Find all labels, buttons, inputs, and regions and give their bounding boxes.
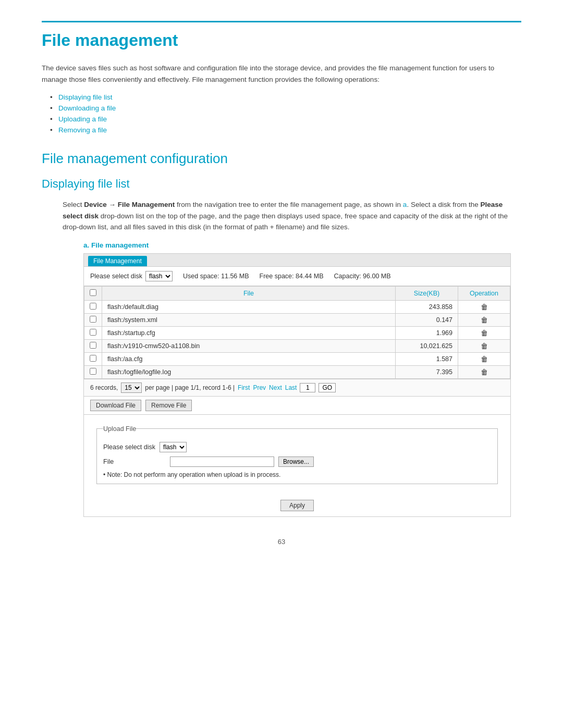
row-operation-cell: 🗑 xyxy=(458,300,510,313)
table-row: flash:/logfile/logfile.log7.395🗑 xyxy=(84,365,510,378)
row-file-name: flash:/default.diag xyxy=(102,300,396,313)
displaying-link[interactable]: Displaying file list xyxy=(58,93,113,101)
free-space-label: Free space: 84.44 MB xyxy=(260,273,324,280)
row-checkbox[interactable] xyxy=(90,342,96,349)
body-text: Select Device → File Management from the… xyxy=(42,199,521,233)
row-checkbox-cell xyxy=(84,313,102,326)
disk-selector-container: Please select disk flash usb xyxy=(90,271,173,281)
list-item-uploading: Uploading a file xyxy=(58,115,521,123)
row-file-size: 0.147 xyxy=(396,313,458,326)
tab-bar: File Management xyxy=(84,254,510,267)
row-file-name: flash:/startup.cfg xyxy=(102,326,396,339)
upload-section: Upload File Please select disk flash usb… xyxy=(96,425,498,484)
list-item-downloading: Downloading a file xyxy=(58,104,521,112)
pagination-bar: 6 records, 10 15 20 50 per page | page 1… xyxy=(84,379,510,397)
intro-text: The device saves files such as host soft… xyxy=(42,63,521,85)
removing-link[interactable]: Removing a file xyxy=(58,126,107,134)
table-row: flash:/aa.cfg1.587🗑 xyxy=(84,352,510,365)
row-checkbox[interactable] xyxy=(90,355,96,362)
disk-label: Please select disk xyxy=(90,273,142,280)
upload-file-row: File Browse... xyxy=(103,456,491,467)
upload-title: Upload File xyxy=(103,425,136,433)
per-page-select[interactable]: 10 15 20 50 xyxy=(121,382,142,393)
apply-bar: Apply xyxy=(84,495,510,516)
row-file-name: flash:/logfile/logfile.log xyxy=(102,365,396,378)
list-item-removing: Removing a file xyxy=(58,126,521,134)
header-operation-col: Operation xyxy=(458,286,510,300)
row-file-name: flash:/system.xml xyxy=(102,313,396,326)
upload-section-wrapper: Upload File Please select disk flash usb… xyxy=(84,415,510,495)
row-file-name: flash:/v1910-cmw520-a1108.bin xyxy=(102,339,396,352)
upload-disk-select[interactable]: flash usb xyxy=(160,442,187,452)
capacity-label: Capacity: 96.00 MB xyxy=(334,273,391,280)
row-operation-cell: 🗑 xyxy=(458,313,510,326)
row-checkbox-cell xyxy=(84,300,102,313)
next-page-link[interactable]: Next xyxy=(269,384,282,391)
table-row: flash:/default.diag243.858🗑 xyxy=(84,300,510,313)
row-file-size: 243.858 xyxy=(396,300,458,313)
row-checkbox-cell xyxy=(84,339,102,352)
upload-note: Note: Do not perform any operation when … xyxy=(103,471,491,478)
delete-icon[interactable]: 🗑 xyxy=(481,329,488,337)
page-number-input[interactable] xyxy=(300,383,315,392)
file-table: File Size(KB) Operation flash:/default.d… xyxy=(84,286,510,379)
file-management-tab[interactable]: File Management xyxy=(88,256,147,266)
row-checkbox[interactable] xyxy=(90,368,96,375)
figure-ref-link[interactable]: a xyxy=(403,201,407,208)
row-operation-cell: 🗑 xyxy=(458,365,510,378)
delete-icon[interactable]: 🗑 xyxy=(481,355,488,363)
operations-list: Displaying file list Downloading a file … xyxy=(42,93,521,134)
remove-file-button[interactable]: Remove File xyxy=(145,400,192,411)
section1-title: File management configuration xyxy=(42,151,521,167)
delete-icon[interactable]: 🗑 xyxy=(481,316,488,324)
download-file-button[interactable]: Download File xyxy=(90,400,141,411)
per-page-label: per page | page 1/1, record 1-6 | xyxy=(145,384,235,391)
subsection1-title: Displaying file list xyxy=(42,177,521,191)
header-size-col: Size(KB) xyxy=(396,286,458,300)
browse-button[interactable]: Browse... xyxy=(278,456,314,467)
row-file-name: flash:/aa.cfg xyxy=(102,352,396,365)
upload-file-input[interactable] xyxy=(170,456,274,467)
go-button[interactable]: GO xyxy=(319,383,336,392)
row-checkbox-cell xyxy=(84,326,102,339)
downloading-link[interactable]: Downloading a file xyxy=(58,104,116,112)
action-buttons-bar: Download File Remove File xyxy=(84,397,510,415)
list-item-displaying: Displaying file list xyxy=(58,93,521,101)
last-page-link[interactable]: Last xyxy=(285,384,297,391)
row-file-size: 7.395 xyxy=(396,365,458,378)
table-row: flash:/startup.cfg1.969🗑 xyxy=(84,326,510,339)
page-number: 63 xyxy=(42,538,521,546)
select-all-checkbox[interactable] xyxy=(90,289,96,296)
table-row: flash:/v1910-cmw520-a1108.bin10,021.625🗑 xyxy=(84,339,510,352)
row-operation-cell: 🗑 xyxy=(458,339,510,352)
widget-toolbar: Please select disk flash usb Used space:… xyxy=(84,267,510,286)
prev-page-link[interactable]: Prev xyxy=(253,384,266,391)
header-checkbox-col xyxy=(84,286,102,300)
records-text: 6 records, xyxy=(90,384,118,391)
row-file-size: 1.587 xyxy=(396,352,458,365)
apply-button[interactable]: Apply xyxy=(280,500,314,511)
used-space-label: Used space: 11.56 MB xyxy=(183,273,249,280)
figure-label: a. File management xyxy=(42,241,521,249)
delete-icon[interactable]: 🗑 xyxy=(481,368,488,376)
delete-icon[interactable]: 🗑 xyxy=(481,342,488,350)
disk-select[interactable]: flash usb xyxy=(145,271,173,281)
row-operation-cell: 🗑 xyxy=(458,326,510,339)
page-title: File management xyxy=(42,21,521,50)
row-operation-cell: 🗑 xyxy=(458,352,510,365)
file-management-widget: File Management Please select disk flash… xyxy=(83,253,511,517)
uploading-link[interactable]: Uploading a file xyxy=(58,115,107,123)
row-file-size: 1.969 xyxy=(396,326,458,339)
upload-disk-row: Please select disk flash usb xyxy=(103,442,491,452)
row-file-size: 10,021.625 xyxy=(396,339,458,352)
first-page-link[interactable]: First xyxy=(238,384,250,391)
figure-label-letter: a. xyxy=(83,241,89,249)
figure-label-title: File management xyxy=(91,241,149,249)
delete-icon[interactable]: 🗑 xyxy=(481,303,488,311)
row-checkbox-cell xyxy=(84,365,102,378)
row-checkbox[interactable] xyxy=(90,303,96,310)
upload-file-label: File xyxy=(103,458,166,465)
row-checkbox[interactable] xyxy=(90,329,96,336)
upload-disk-label: Please select disk xyxy=(103,443,155,451)
row-checkbox[interactable] xyxy=(90,316,96,323)
